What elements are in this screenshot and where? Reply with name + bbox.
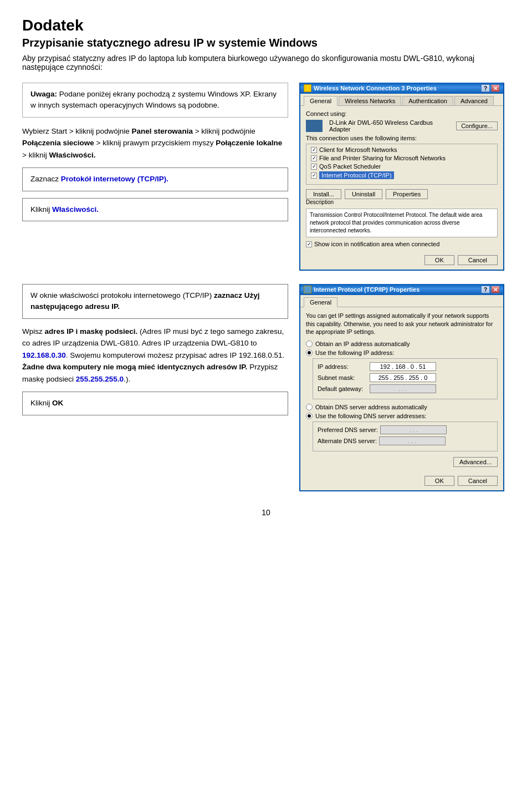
dialog2-close-button[interactable]: ✕	[491, 286, 500, 293]
item1-checkbox[interactable]	[311, 147, 317, 153]
step3-prefix: Kliknij	[30, 205, 52, 214]
item-file-sharing: File and Printer Sharing for Microsoft N…	[311, 155, 493, 161]
dialog1-connect-label: Connect using:	[306, 110, 346, 117]
right-column-top: Wireless Network Connection 3 Properties…	[299, 83, 510, 271]
dialog1-description: Transmission Control Protocol/Internet P…	[306, 209, 498, 237]
step2-prefix: Zaznacz	[30, 175, 61, 183]
dialog1-help-button[interactable]: ?	[481, 84, 490, 92]
obtain-dns-label: Obtain DNS server address automatically	[315, 404, 427, 410]
use-following-radio[interactable]	[306, 349, 313, 356]
item4-checkbox[interactable]	[311, 172, 317, 179]
dialog1-tab-advanced[interactable]: Advanced	[454, 96, 494, 105]
dialog2-use-dns-row: Use the following DNS server addresses:	[306, 413, 498, 419]
dialog1-uninstall-button[interactable]: Uninstall	[345, 189, 382, 199]
step3-highlight: Właściwości.	[52, 205, 99, 214]
step1-text: Wybierz Start > kliknij podwójnie Panel …	[22, 125, 288, 161]
obtain-auto-radio[interactable]	[306, 341, 313, 347]
item-client-networks: Client for Microsoft Networks	[311, 146, 493, 153]
use-dns-radio[interactable]	[306, 413, 313, 419]
dialog1-connect-using-row: Connect using:	[306, 110, 498, 117]
right-column-bottom: Internet Protocol (TCP/IP) Properties ? …	[299, 284, 510, 491]
dialog1-tab-general[interactable]: General	[304, 96, 337, 106]
dialog2-obtain-auto-row: Obtain an IP address automatically	[306, 341, 498, 347]
dialog2-help-button[interactable]: ?	[481, 286, 490, 293]
dialog1-configure-button[interactable]: Configure...	[456, 121, 498, 130]
dialog1-bottom-buttons: OK Cancel	[300, 252, 503, 270]
top-section: Uwaga: Podane poniżej ekrany pochodzą z …	[22, 83, 510, 271]
dialog2-content: You can get IP settings assigned automat…	[300, 307, 503, 473]
preferred-dns-field[interactable]: . . .	[380, 425, 447, 434]
dialog1-title: Wireless Network Connection 3 Properties	[314, 85, 437, 92]
obtain-auto-label: Obtain an IP address automatically	[315, 341, 410, 347]
step2-highlight: Protokół internetowy (TCP/IP).	[61, 175, 168, 183]
note-box: Uwaga: Podane poniżej ekrany pochodzą z …	[22, 83, 288, 118]
dialog1-titlebar: Wireless Network Connection 3 Properties…	[300, 83, 503, 94]
dialog2-advanced-area: Advanced...	[306, 456, 498, 468]
dialog2-dns-group: Preferred DNS server: . . . Alternate DN…	[313, 422, 498, 451]
preferred-dns-row: Preferred DNS server: . . .	[318, 425, 493, 434]
dialog2-intro: You can get IP settings assigned automat…	[306, 312, 498, 336]
subnet-mask-field[interactable]: 255 . 255 . 255 . 0	[370, 373, 436, 382]
dialog2-ok-button[interactable]: OK	[424, 476, 454, 486]
step6-action-box: Kliknij OK	[22, 392, 288, 415]
page-subtitle: Przypisanie statycznego adresu IP w syst…	[22, 37, 510, 49]
dialog2-obtain-dns-row: Obtain DNS server address automatically	[306, 404, 498, 410]
dialog1-content: Connect using: D-Link Air DWL-650 Wirele…	[300, 106, 503, 252]
ip-address-field[interactable]: 192 . 168 . 0 . 51	[370, 362, 436, 371]
dialog2-icon	[304, 286, 311, 293]
dialog1-show-icon-row: Show icon in notification area when conn…	[306, 241, 498, 247]
step6-prefix: Kliknij	[30, 399, 52, 407]
dialog1-close-button[interactable]: ✕	[491, 84, 500, 92]
dialog2-titlebar-buttons: ? ✕	[481, 286, 500, 293]
subnet-mask-label: Subnet mask:	[318, 374, 367, 381]
dialog2-use-following-row: Use the following IP address:	[306, 349, 498, 356]
dialog1-action-buttons: Install... Uninstall Properties	[306, 189, 498, 199]
dialog1-tab-authentication[interactable]: Authentication	[402, 96, 453, 105]
adapter-name: D-Link Air DWL-650 Wireless Cardbus Adap…	[329, 119, 453, 133]
item4-label[interactable]: Internet Protocol (TCP/IP)	[319, 171, 394, 179]
subnet-mask-row: Subnet mask: 255 . 255 . 255 . 0	[318, 373, 493, 382]
dialog1-tab-wireless[interactable]: Wireless Networks	[339, 96, 401, 105]
obtain-dns-radio[interactable]	[306, 404, 313, 410]
ip-address-label: IP address:	[318, 363, 367, 370]
intro-text: Aby przypisać statyczny adres IP do lapt…	[22, 54, 510, 72]
page-number: 10	[22, 508, 510, 517]
dialog1-tabs: General Wireless Networks Authentication…	[300, 94, 503, 106]
ip-address-row: IP address: 192 . 168 . 0 . 51	[318, 362, 493, 371]
page-header: Dodatek Przypisanie statycznego adresu I…	[22, 17, 510, 72]
dialog1-properties-button[interactable]: Properties	[386, 189, 428, 199]
dialog1-titlebar-buttons: ? ✕	[481, 84, 500, 92]
step4-prefix: W oknie właściwości protokołu internetow…	[30, 291, 214, 299]
step5-ip-highlight: 192.168.0.30	[22, 351, 66, 359]
item2-checkbox[interactable]	[311, 155, 317, 161]
dialog2-titlebar: Internet Protocol (TCP/IP) Properties ? …	[300, 284, 503, 295]
default-gateway-field[interactable]: . . .	[370, 384, 436, 393]
dialog2-title: Internet Protocol (TCP/IP) Properties	[314, 286, 420, 293]
dialog2-tab-general[interactable]: General	[304, 297, 337, 307]
note-text: Podane poniżej ekrany pochodzą z systemu…	[30, 90, 277, 109]
dialog2-cancel-button[interactable]: Cancel	[458, 476, 498, 486]
show-icon-label: Show icon in notification area when conn…	[314, 241, 439, 247]
dialog2-advanced-button[interactable]: Advanced...	[453, 457, 498, 467]
step6-bold: OK	[52, 399, 63, 407]
default-gateway-row: Default gateway: . . .	[318, 384, 493, 393]
alternate-dns-field[interactable]: . . .	[379, 436, 446, 445]
dialog2-tabs: General	[300, 295, 503, 307]
item-tcpip: Internet Protocol (TCP/IP)	[311, 171, 493, 179]
dialog1-desc-label: Description	[306, 199, 498, 205]
adapter-icon	[306, 120, 323, 132]
dialog1-cancel-button[interactable]: Cancel	[458, 255, 498, 265]
dialog1-install-button[interactable]: Install...	[306, 189, 341, 199]
step5-mask-highlight: 255.255.255.0	[76, 375, 124, 383]
left-column-bottom: W oknie właściwości protokołu internetow…	[22, 284, 288, 491]
dialog1-ok-button[interactable]: OK	[424, 255, 454, 265]
dialog1-items-group: Client for Microsoft Networks File and P…	[306, 144, 498, 185]
dialog1-icon	[304, 84, 311, 92]
step3-action-box: Kliknij Właściwości.	[22, 198, 288, 221]
bottom-section: W oknie właściwości protokołu internetow…	[22, 284, 510, 491]
step2-action-box: Zaznacz Protokół internetowy (TCP/IP).	[22, 167, 288, 191]
item3-checkbox[interactable]	[311, 164, 317, 170]
show-icon-checkbox[interactable]	[306, 241, 312, 247]
use-following-label: Use the following IP address:	[315, 349, 394, 356]
dialog1-items-label: This connection uses the following items…	[306, 135, 498, 141]
